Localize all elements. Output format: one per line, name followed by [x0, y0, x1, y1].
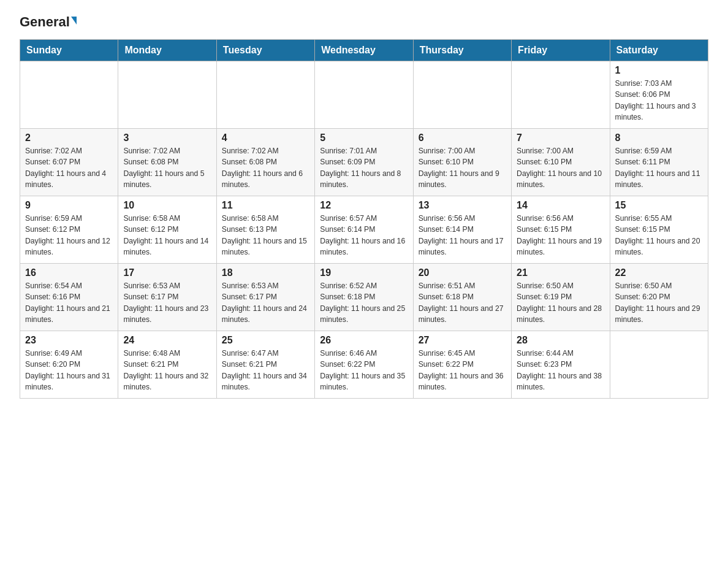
calendar-week-row: 2Sunrise: 7:02 AMSunset: 6:07 PMDaylight… — [20, 129, 708, 196]
day-number: 19 — [320, 267, 408, 278]
calendar-day-cell — [216, 61, 314, 129]
calendar-day-cell: 2Sunrise: 7:02 AMSunset: 6:07 PMDaylight… — [20, 129, 118, 196]
calendar-day-cell: 14Sunrise: 6:56 AMSunset: 6:15 PMDayligh… — [512, 196, 610, 264]
calendar-day-cell: 15Sunrise: 6:55 AMSunset: 6:15 PMDayligh… — [610, 196, 708, 264]
day-number: 4 — [222, 132, 309, 144]
day-info: Sunrise: 6:59 AMSunset: 6:12 PMDaylight:… — [25, 213, 113, 258]
calendar-day-cell: 7Sunrise: 7:00 AMSunset: 6:10 PMDaylight… — [512, 129, 610, 196]
calendar-day-cell: 9Sunrise: 6:59 AMSunset: 6:12 PMDaylight… — [20, 196, 118, 264]
day-number: 20 — [419, 267, 506, 278]
calendar-day-cell: 20Sunrise: 6:51 AMSunset: 6:18 PMDayligh… — [413, 264, 511, 331]
day-number: 22 — [615, 267, 703, 278]
page-header: General — [20, 15, 708, 29]
day-info: Sunrise: 6:56 AMSunset: 6:15 PMDaylight:… — [517, 213, 604, 258]
calendar-week-row: 16Sunrise: 6:54 AMSunset: 6:16 PMDayligh… — [20, 264, 708, 331]
day-number: 2 — [25, 132, 113, 144]
calendar-day-cell: 21Sunrise: 6:50 AMSunset: 6:19 PMDayligh… — [512, 264, 610, 331]
day-info: Sunrise: 6:54 AMSunset: 6:16 PMDaylight:… — [25, 280, 113, 325]
calendar-day-cell: 4Sunrise: 7:02 AMSunset: 6:08 PMDaylight… — [216, 129, 314, 196]
day-number: 8 — [615, 132, 703, 144]
day-info: Sunrise: 6:49 AMSunset: 6:20 PMDaylight:… — [25, 348, 113, 393]
day-info: Sunrise: 7:02 AMSunset: 6:07 PMDaylight:… — [25, 145, 113, 190]
weekday-header-row: SundayMondayTuesdayWednesdayThursdayFrid… — [20, 40, 708, 61]
day-info: Sunrise: 6:50 AMSunset: 6:20 PMDaylight:… — [615, 280, 703, 325]
day-info: Sunrise: 6:52 AMSunset: 6:18 PMDaylight:… — [320, 280, 408, 325]
day-info: Sunrise: 6:44 AMSunset: 6:23 PMDaylight:… — [517, 348, 604, 393]
day-info: Sunrise: 6:58 AMSunset: 6:12 PMDaylight:… — [123, 213, 211, 258]
weekday-header-friday: Friday — [512, 40, 610, 61]
calendar-day-cell: 13Sunrise: 6:56 AMSunset: 6:14 PMDayligh… — [413, 196, 511, 264]
calendar-day-cell: 3Sunrise: 7:02 AMSunset: 6:08 PMDaylight… — [118, 129, 216, 196]
day-number: 1 — [615, 65, 703, 76]
day-number: 15 — [615, 200, 703, 211]
calendar-day-cell: 8Sunrise: 6:59 AMSunset: 6:11 PMDaylight… — [610, 129, 708, 196]
calendar-day-cell: 5Sunrise: 7:01 AMSunset: 6:09 PMDaylight… — [315, 129, 413, 196]
day-info: Sunrise: 7:02 AMSunset: 6:08 PMDaylight:… — [222, 145, 309, 190]
calendar-day-cell — [610, 331, 708, 399]
day-number: 25 — [222, 335, 309, 346]
day-number: 10 — [123, 200, 211, 211]
day-info: Sunrise: 6:45 AMSunset: 6:22 PMDaylight:… — [419, 348, 506, 393]
calendar-day-cell: 28Sunrise: 6:44 AMSunset: 6:23 PMDayligh… — [512, 331, 610, 399]
day-number: 12 — [320, 200, 408, 211]
day-number: 3 — [123, 132, 211, 144]
day-info: Sunrise: 6:55 AMSunset: 6:15 PMDaylight:… — [615, 213, 703, 258]
day-info: Sunrise: 6:59 AMSunset: 6:11 PMDaylight:… — [615, 145, 703, 190]
day-info: Sunrise: 6:56 AMSunset: 6:14 PMDaylight:… — [419, 213, 506, 258]
calendar-week-row: 1Sunrise: 7:03 AMSunset: 6:06 PMDaylight… — [20, 61, 708, 129]
calendar-day-cell: 1Sunrise: 7:03 AMSunset: 6:06 PMDaylight… — [610, 61, 708, 129]
day-info: Sunrise: 6:53 AMSunset: 6:17 PMDaylight:… — [123, 280, 211, 325]
day-number: 16 — [25, 267, 113, 278]
weekday-header-wednesday: Wednesday — [315, 40, 413, 61]
calendar-day-cell — [413, 61, 511, 129]
calendar-day-cell: 22Sunrise: 6:50 AMSunset: 6:20 PMDayligh… — [610, 264, 708, 331]
day-number: 24 — [123, 335, 211, 346]
weekday-header-monday: Monday — [118, 40, 216, 61]
weekday-header-saturday: Saturday — [610, 40, 708, 61]
calendar-day-cell: 16Sunrise: 6:54 AMSunset: 6:16 PMDayligh… — [20, 264, 118, 331]
calendar-day-cell: 12Sunrise: 6:57 AMSunset: 6:14 PMDayligh… — [315, 196, 413, 264]
day-number: 11 — [222, 200, 309, 211]
calendar-day-cell: 6Sunrise: 7:00 AMSunset: 6:10 PMDaylight… — [413, 129, 511, 196]
day-info: Sunrise: 6:48 AMSunset: 6:21 PMDaylight:… — [123, 348, 211, 393]
day-number: 17 — [123, 267, 211, 278]
weekday-header-sunday: Sunday — [20, 40, 118, 61]
calendar-day-cell: 23Sunrise: 6:49 AMSunset: 6:20 PMDayligh… — [20, 331, 118, 399]
logo: General — [20, 15, 77, 29]
calendar-day-cell — [20, 61, 118, 129]
day-info: Sunrise: 6:46 AMSunset: 6:22 PMDaylight:… — [320, 348, 408, 393]
day-info: Sunrise: 7:01 AMSunset: 6:09 PMDaylight:… — [320, 145, 408, 190]
calendar-day-cell — [315, 61, 413, 129]
weekday-header-tuesday: Tuesday — [216, 40, 314, 61]
day-number: 14 — [517, 200, 604, 211]
logo-text: General — [20, 15, 77, 29]
day-number: 28 — [517, 335, 604, 346]
day-number: 27 — [419, 335, 506, 346]
day-number: 9 — [25, 200, 113, 211]
logo-triangle-icon — [71, 17, 77, 25]
calendar-day-cell — [512, 61, 610, 129]
day-number: 23 — [25, 335, 113, 346]
calendar-table: SundayMondayTuesdayWednesdayThursdayFrid… — [20, 39, 708, 399]
calendar-day-cell: 11Sunrise: 6:58 AMSunset: 6:13 PMDayligh… — [216, 196, 314, 264]
calendar-day-cell: 24Sunrise: 6:48 AMSunset: 6:21 PMDayligh… — [118, 331, 216, 399]
day-number: 6 — [419, 132, 506, 144]
day-info: Sunrise: 6:47 AMSunset: 6:21 PMDaylight:… — [222, 348, 309, 393]
day-info: Sunrise: 7:03 AMSunset: 6:06 PMDaylight:… — [615, 78, 703, 123]
day-info: Sunrise: 7:00 AMSunset: 6:10 PMDaylight:… — [419, 145, 506, 190]
calendar-week-row: 23Sunrise: 6:49 AMSunset: 6:20 PMDayligh… — [20, 331, 708, 399]
calendar-day-cell: 25Sunrise: 6:47 AMSunset: 6:21 PMDayligh… — [216, 331, 314, 399]
calendar-day-cell: 10Sunrise: 6:58 AMSunset: 6:12 PMDayligh… — [118, 196, 216, 264]
day-info: Sunrise: 6:57 AMSunset: 6:14 PMDaylight:… — [320, 213, 408, 258]
day-info: Sunrise: 6:51 AMSunset: 6:18 PMDaylight:… — [419, 280, 506, 325]
day-number: 26 — [320, 335, 408, 346]
calendar-day-cell: 27Sunrise: 6:45 AMSunset: 6:22 PMDayligh… — [413, 331, 511, 399]
day-info: Sunrise: 6:50 AMSunset: 6:19 PMDaylight:… — [517, 280, 604, 325]
calendar-day-cell: 18Sunrise: 6:53 AMSunset: 6:17 PMDayligh… — [216, 264, 314, 331]
day-info: Sunrise: 7:00 AMSunset: 6:10 PMDaylight:… — [517, 145, 604, 190]
calendar-day-cell: 19Sunrise: 6:52 AMSunset: 6:18 PMDayligh… — [315, 264, 413, 331]
calendar-day-cell — [118, 61, 216, 129]
calendar-day-cell: 26Sunrise: 6:46 AMSunset: 6:22 PMDayligh… — [315, 331, 413, 399]
calendar-day-cell: 17Sunrise: 6:53 AMSunset: 6:17 PMDayligh… — [118, 264, 216, 331]
day-number: 7 — [517, 132, 604, 144]
